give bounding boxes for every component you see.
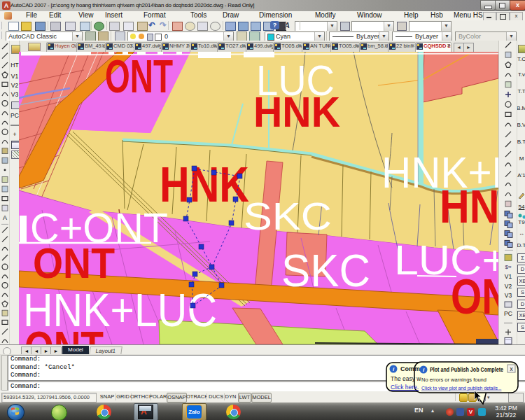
svg-text:Plot and Publish Job Complete: Plot and Publish Job Complete <box>430 366 503 373</box>
svg-text:SKC: SKC <box>281 245 370 296</box>
svg-text:No errors or warnings found: No errors or warnings found <box>421 377 486 383</box>
svg-text:V2: V2 <box>505 283 512 290</box>
svg-text:PC: PC <box>504 310 512 317</box>
svg-text:SKC: SKC <box>244 195 332 238</box>
svg-text:LUC: LUC <box>256 57 335 104</box>
svg-text:$≈: $≈ <box>505 264 512 270</box>
svg-text:Click here.: Click here. <box>391 384 419 391</box>
svg-text:V3: V3 <box>505 292 512 299</box>
svg-text:x: x <box>510 365 513 372</box>
svg-text:HNK+L: HNK+L <box>382 148 498 197</box>
svg-text:The easy w: The easy w <box>391 375 421 382</box>
svg-text:C+ONT: C+ONT <box>30 204 168 251</box>
svg-text:HNK: HNK <box>160 158 249 212</box>
svg-text:ONT: ONT <box>105 52 173 102</box>
svg-text:A: A <box>3 214 7 221</box>
svg-text:HNK+LUC: HNK+LUC <box>23 284 217 336</box>
svg-text:Comm: Comm <box>400 365 420 372</box>
svg-text:Click to view plot and publish: Click to view plot and publish details..… <box>421 386 502 391</box>
svg-text:V1: V1 <box>505 273 512 280</box>
